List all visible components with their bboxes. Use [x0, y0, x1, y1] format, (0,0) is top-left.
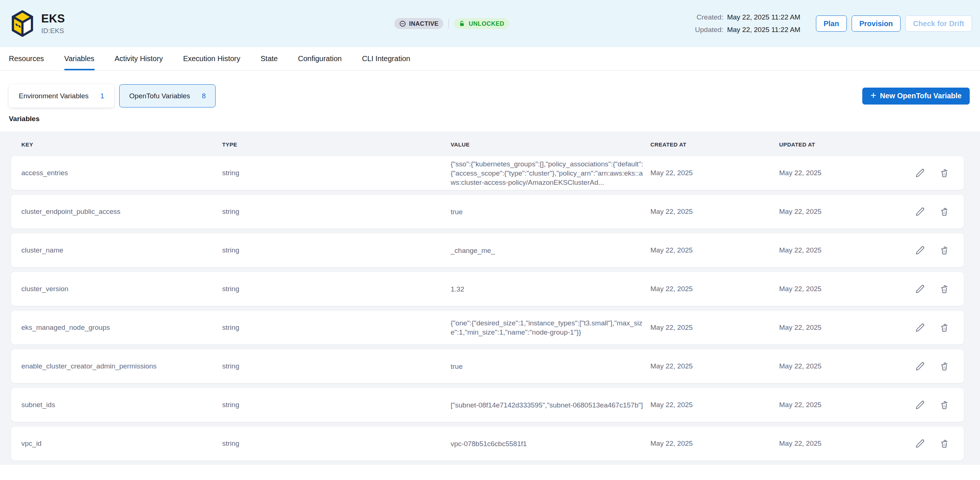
variable-key: access_entries [21, 169, 222, 177]
delete-variable-button[interactable] [940, 246, 949, 255]
plus-icon: + [870, 91, 876, 100]
edit-variable-button[interactable] [915, 439, 925, 448]
edit-variable-button[interactable] [915, 362, 925, 371]
variable-key: vpc_id [21, 440, 222, 448]
pencil-icon [915, 207, 925, 217]
tab-execution-history[interactable]: Execution History [183, 47, 240, 70]
trash-icon [940, 400, 949, 410]
variables-section-title: Variables [9, 115, 980, 123]
trash-icon [940, 168, 949, 178]
check-for-drift-button[interactable]: Check for Drift [905, 16, 972, 32]
table-row: subnet_ids string ["subnet-08f14e7142d33… [11, 388, 964, 422]
trash-icon [940, 246, 949, 255]
table-row: cluster_endpoint_public_access string tr… [11, 195, 964, 229]
variable-type: string [222, 285, 451, 293]
pencil-icon [915, 168, 925, 178]
variable-updated-at: May 22, 2025 [779, 285, 890, 293]
tab-activity-history[interactable]: Activity History [115, 47, 163, 70]
created-value: May 22, 2025 11:22 AM [727, 13, 800, 21]
edit-variable-button[interactable] [915, 246, 925, 255]
pencil-icon [915, 439, 925, 448]
variable-updated-at: May 22, 2025 [779, 362, 890, 370]
variable-key: cluster_version [21, 285, 222, 293]
column-header-value: VALUE [451, 141, 651, 148]
environment-variables-count: 1 [100, 92, 105, 100]
tab-configuration[interactable]: Configuration [298, 47, 342, 70]
variable-created-at: May 22, 2025 [651, 246, 779, 254]
variables-table: KEY TYPE VALUE CREATED AT UPDATED AT acc… [0, 131, 980, 465]
opentofu-variables-count: 8 [202, 92, 206, 100]
edit-variable-button[interactable] [915, 168, 925, 178]
pencil-icon [915, 246, 925, 255]
delete-variable-button[interactable] [940, 400, 949, 410]
variable-value: _change_me_ [451, 246, 651, 255]
created-label: Created: [695, 13, 723, 21]
pencil-icon [915, 362, 925, 371]
variable-type: string [222, 207, 451, 216]
environment-variables-label: Environment Variables [19, 92, 89, 100]
edit-variable-button[interactable] [915, 207, 925, 217]
column-header-type: TYPE [222, 141, 451, 148]
tab-variables[interactable]: Variables [64, 47, 95, 70]
lock-status-badge: UNLOCKED [454, 18, 509, 29]
variable-value: {"one":{"desired_size":1,"instance_types… [451, 318, 651, 337]
opentofu-variables-label: OpenTofu Variables [129, 92, 190, 100]
variable-key: subnet_ids [21, 401, 222, 409]
column-header-created-at: CREATED AT [651, 141, 779, 148]
table-row: cluster_version string 1.32 May 22, 2025… [11, 272, 964, 306]
opentofu-logo-icon [10, 10, 35, 37]
opentofu-variables-subtab[interactable]: OpenTofu Variables 8 [119, 84, 216, 107]
variable-key: cluster_endpoint_public_access [21, 207, 222, 216]
variable-updated-at: May 22, 2025 [779, 207, 890, 216]
edit-variable-button[interactable] [915, 400, 925, 410]
delete-variable-button[interactable] [940, 168, 949, 178]
table-row: eks_managed_node_groups string {"one":{"… [11, 311, 964, 344]
variable-created-at: May 22, 2025 [651, 169, 779, 177]
environment-header: EKS ID:EKS INACTIVE UNLOCKED Created: Ma… [0, 0, 980, 47]
badge-divider [449, 19, 449, 28]
variable-updated-at: May 22, 2025 [779, 324, 890, 332]
column-header-key: KEY [21, 141, 222, 148]
variable-type: string [222, 440, 451, 448]
variable-updated-at: May 22, 2025 [779, 169, 890, 177]
tab-cli-integration[interactable]: CLI Integration [362, 47, 410, 70]
table-row: vpc_id string vpc-078b51c6cbc5581f1 May … [11, 427, 964, 461]
variable-key: cluster_name [21, 246, 222, 254]
pencil-icon [915, 323, 925, 332]
variable-value: true [451, 362, 651, 371]
variable-updated-at: May 22, 2025 [779, 401, 890, 409]
trash-icon [940, 439, 949, 448]
pencil-icon [915, 400, 925, 410]
delete-variable-button[interactable] [940, 284, 949, 294]
variable-type: string [222, 324, 451, 332]
environment-variables-subtab[interactable]: Environment Variables 1 [9, 84, 114, 107]
table-row: access_entries string {"sso":{"kubernete… [11, 156, 964, 190]
delete-variable-button[interactable] [940, 362, 949, 371]
variable-key: eks_managed_node_groups [21, 324, 222, 332]
delete-variable-button[interactable] [940, 207, 949, 217]
new-opentofu-variable-button[interactable]: + New OpenTofu Variable [862, 88, 970, 105]
provision-button[interactable]: Provision [852, 16, 900, 32]
trash-icon [940, 362, 949, 371]
variable-created-at: May 22, 2025 [651, 401, 779, 409]
variable-type: string [222, 246, 451, 254]
page-title: EKS [41, 12, 65, 26]
column-header-updated-at: UPDATED AT [779, 141, 890, 148]
tab-resources[interactable]: Resources [9, 47, 44, 70]
table-row: cluster_name string _change_me_ May 22, … [11, 233, 964, 267]
tab-state[interactable]: State [261, 47, 278, 70]
variable-value: vpc-078b51c6cbc5581f1 [451, 439, 651, 448]
plan-button[interactable]: Plan [816, 16, 847, 32]
variable-type: string [222, 362, 451, 370]
variable-type: string [222, 401, 451, 409]
edit-variable-button[interactable] [915, 323, 925, 332]
trash-icon [940, 284, 949, 294]
delete-variable-button[interactable] [940, 439, 949, 448]
environment-tab-bar: Resources Variables Activity History Exe… [0, 47, 980, 71]
variable-type-switcher: Environment Variables 1 OpenTofu Variabl… [9, 84, 970, 107]
minus-circle-icon [399, 20, 406, 27]
edit-variable-button[interactable] [915, 284, 925, 294]
environment-actions: Plan Provision Check for Drift [816, 16, 972, 32]
environment-timestamps: Created: May 22, 2025 11:22 AM Updated: … [695, 13, 800, 34]
delete-variable-button[interactable] [940, 323, 949, 332]
